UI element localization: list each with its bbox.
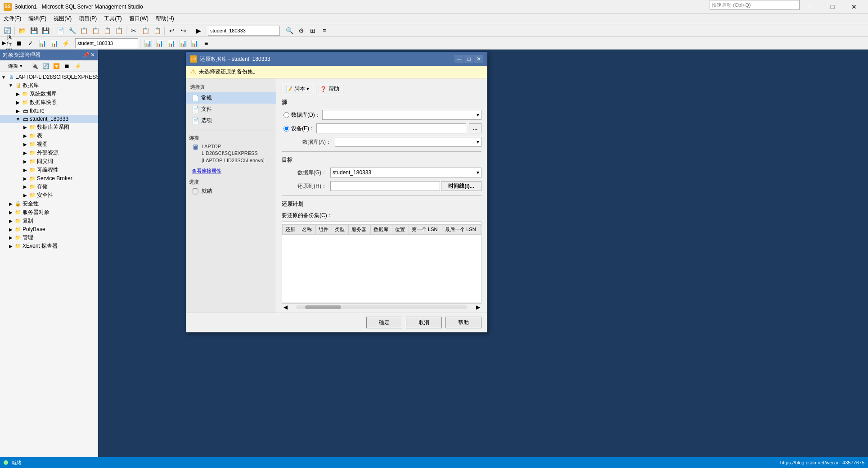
toolbar-undo[interactable]: ↩ — [166, 26, 177, 36]
restore-to-input[interactable] — [330, 181, 440, 191]
tree-item-db-snapshot[interactable]: ▶ 📁 数据库快照 — [0, 98, 98, 107]
nav-item-files[interactable]: 📄 文件 — [186, 104, 276, 115]
menu-window[interactable]: 窗口(W) — [126, 14, 152, 23]
filter-btn[interactable]: 🔽 — [51, 62, 61, 71]
menu-help[interactable]: 帮助(H) — [152, 14, 178, 23]
tree-item-replication[interactable]: ▶ 📁 复制 — [0, 217, 98, 225]
sync-btn[interactable]: ⚡ — [73, 62, 83, 71]
query-stop-btn[interactable]: ⏹ — [13, 38, 24, 48]
dialog-restore-btn[interactable]: □ — [464, 55, 473, 63]
toolbar-extra[interactable]: ≡ — [319, 26, 330, 36]
menu-edit[interactable]: 编辑(E) — [25, 14, 50, 23]
dialog-minimize-btn[interactable]: ─ — [454, 55, 463, 63]
nav-item-general[interactable]: 📄 常规 — [186, 92, 276, 104]
toolbar-config[interactable]: ⚙ — [296, 26, 306, 36]
toolbar-btn-5[interactable]: 📋 — [90, 26, 101, 36]
toolbar-run[interactable]: ▶ — [193, 26, 204, 36]
menu-file[interactable]: 文件(F) — [0, 14, 25, 23]
tree-item-tables[interactable]: ▶ 📁 表 — [0, 132, 98, 140]
panel-pin-btn[interactable]: 📌 — [83, 52, 90, 58]
toolbar-btn-3[interactable]: 🔧 — [67, 26, 77, 36]
tree-item-polybase[interactable]: ▶ 📁 PolyBase — [0, 225, 98, 233]
tree-item-views[interactable]: ▶ 📁 视图 — [0, 140, 98, 149]
backup-table-area[interactable]: 还原 名称 组件 类型 服务器 数据库 位置 第一个 LSN 最后一个 LSN — [282, 221, 481, 302]
tree-item-databases[interactable]: ▼ 🗄 数据库 — [0, 81, 98, 90]
query-btn-4[interactable]: 📊 — [142, 38, 153, 48]
scroll-left-btn[interactable]: ◀ — [282, 304, 289, 310]
timeline-btn[interactable]: 时间线(I)... — [441, 181, 481, 191]
h-scrollbar[interactable]: ◀ ▶ — [282, 303, 481, 310]
query-parse-btn[interactable]: ✓ — [25, 38, 36, 48]
toolbar-save[interactable]: 💾 — [28, 26, 39, 36]
toolbar-redo[interactable]: ↪ — [178, 26, 189, 36]
ok-button[interactable]: 确定 — [366, 317, 402, 328]
menu-tools[interactable]: 工具(T) — [100, 14, 125, 23]
help-toolbar-btn[interactable]: ❓ 帮助 — [316, 84, 343, 94]
db-a-dropdown[interactable]: ▾ — [335, 137, 481, 147]
toolbar-btn-4[interactable]: 📋 — [78, 26, 89, 36]
toolbar-copy[interactable]: 📋 — [140, 26, 151, 36]
script-btn[interactable]: 📝 脚本 ▾ — [282, 84, 313, 94]
warning-text: 未选择要还原的备份集。 — [199, 68, 258, 76]
view-connection-props[interactable]: 查看连接属性 — [192, 168, 273, 174]
toolbar-more[interactable]: ⊞ — [307, 26, 318, 36]
scroll-right-btn[interactable]: ▶ — [474, 304, 481, 310]
disconnect-btn[interactable]: 🔌 — [30, 62, 40, 71]
query-btn-7[interactable]: 📊 — [177, 38, 188, 48]
query-btn-6[interactable]: 📊 — [166, 38, 176, 48]
tree-item-xevent[interactable]: ▶ 📁 XEvent 探查器 — [0, 242, 98, 250]
tree-item-service-broker[interactable]: ▶ 📁 Service Broker — [0, 174, 98, 182]
tree-item-sys-db[interactable]: ▶ 📁 系统数据库 — [0, 90, 98, 98]
tree-item-management[interactable]: ▶ 📁 管理 — [0, 233, 98, 242]
tree-item-db-security[interactable]: ▶ 📁 安全性 — [0, 191, 98, 200]
browse-device-btn[interactable]: ... — [469, 123, 481, 133]
toolbar-btn-7[interactable]: 📋 — [113, 26, 124, 36]
tree-item-external[interactable]: ▶ 📁 外部资源 — [0, 149, 98, 157]
toolbar-paste[interactable]: 📋 — [152, 26, 162, 36]
query-btn-5[interactable]: 📊 — [154, 38, 165, 48]
tree-item-server-objects[interactable]: ▶ 📁 服务器对象 — [0, 208, 98, 217]
tree-item-storage[interactable]: ▶ 📁 存储 — [0, 182, 98, 191]
connect-button[interactable]: 连接 ▾ — [2, 62, 29, 71]
toolbar-new-query[interactable]: 📄 — [55, 26, 66, 36]
device-input[interactable] — [316, 123, 466, 133]
tree-item-server[interactable]: ▼ 🖥 LAPTOP-LID28SCI\SQLEXPRESS — [0, 73, 98, 81]
help-button[interactable]: 帮助 — [445, 317, 481, 328]
maximize-button[interactable]: □ — [822, 0, 843, 14]
query-btn-9[interactable]: ≡ — [201, 38, 211, 48]
query-btn-1[interactable]: 📊 — [37, 38, 48, 48]
menu-project[interactable]: 项目(P) — [75, 14, 100, 23]
query-btn-2[interactable]: 📊 — [49, 38, 59, 48]
refresh-btn[interactable]: 🔄 — [40, 62, 50, 71]
query-btn-3[interactable]: ⚡ — [60, 38, 71, 48]
tree-item-fixture[interactable]: ▶ 🗃 fixture — [0, 107, 98, 115]
toolbar-search[interactable]: 🔍 — [284, 26, 295, 36]
tree-item-diagram[interactable]: ▶ 📁 数据库关系图 — [0, 123, 98, 132]
radio-device[interactable] — [283, 126, 289, 132]
tree-item-synonyms[interactable]: ▶ 📁 同义词 — [0, 157, 98, 166]
target-db-dropdown[interactable]: student_180333 ▾ — [330, 168, 481, 177]
schema-selector[interactable]: student_180333 — [75, 38, 138, 48]
db-selector-dropdown[interactable]: student_180333 — [208, 26, 280, 36]
db-source-dropdown[interactable]: ▾ — [322, 110, 481, 120]
toolbar-save-all[interactable]: 💾 — [40, 26, 51, 36]
minimize-button[interactable]: ─ — [801, 0, 821, 14]
scroll-thumb[interactable] — [305, 305, 341, 309]
tree-item-security[interactable]: ▶ 🔒 安全性 — [0, 200, 98, 208]
menu-view[interactable]: 视图(V) — [50, 14, 75, 23]
tree-item-programmability[interactable]: ▶ 📁 可编程性 — [0, 166, 98, 174]
quick-launch-input[interactable] — [710, 0, 800, 10]
stop-btn[interactable]: ⏹ — [62, 62, 72, 71]
query-btn-8[interactable]: 📊 — [189, 38, 200, 48]
panel-close-btn[interactable]: ✕ — [90, 52, 95, 58]
dialog-close-btn[interactable]: ✕ — [474, 55, 483, 63]
toolbar-btn-6[interactable]: 📋 — [102, 26, 112, 36]
query-run-btn[interactable]: ▶ 执行(X) — [2, 38, 13, 48]
toolbar-cut[interactable]: ✂ — [128, 26, 139, 36]
nav-item-options[interactable]: 📄 选项 — [186, 115, 276, 126]
radio-db[interactable] — [283, 112, 289, 118]
close-button[interactable]: ✕ — [844, 0, 864, 14]
tree-item-student-db[interactable]: ▼ 🗃 student_180333 — [0, 115, 98, 123]
cancel-button[interactable]: 取消 — [406, 317, 442, 328]
toolbar-open[interactable]: 📂 — [17, 26, 27, 36]
